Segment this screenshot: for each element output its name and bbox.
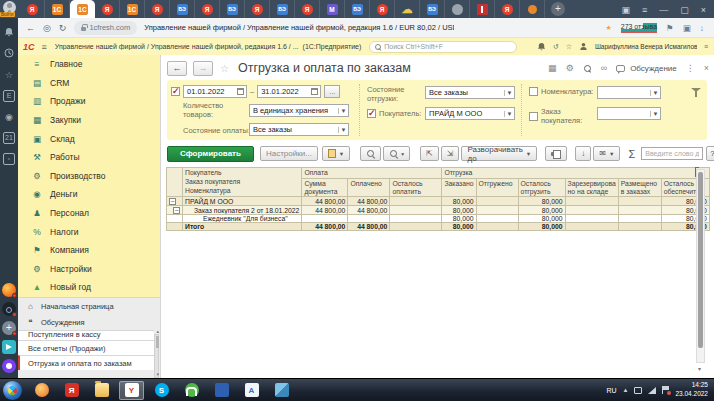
customer-order-select[interactable]: ▼ [597,107,661,120]
services-icon[interactable]: E [3,90,15,102]
footer-item-cash-receipts[interactable]: Поступления в кассу [18,330,154,340]
chevron-down-icon[interactable]: ▼ [338,127,348,133]
shipment-state-select[interactable]: Все заказы▼ [425,86,515,99]
customer-order-checkbox[interactable] [529,112,538,121]
browser-tab[interactable]: Я [495,0,520,18]
browser-tab[interactable]: БЭ [220,0,245,18]
sidebar-item-dengi[interactable]: ◉Деньги [18,185,160,204]
search-document-icon[interactable] [583,64,592,73]
sidebar-item-prodazhi[interactable]: ▥Продажи [18,92,160,111]
vertical-scrollbar[interactable] [696,169,705,363]
find-next-button[interactable]: ▾ [383,146,410,161]
reload-icon[interactable]: ↻ [59,23,67,33]
app-menu-icon[interactable]: ≡ [42,42,47,52]
browser-tab[interactable] [445,0,470,18]
browser-profile[interactable]: Войти [0,0,20,18]
sum-sigma-icon[interactable]: Σ [628,148,635,160]
scroll-thumb[interactable] [698,172,703,348]
kebab-menu-icon[interactable]: ⋮ [686,63,695,73]
generate-button[interactable]: Сформировать [167,146,254,162]
print-button[interactable] [545,146,567,161]
history-back-button[interactable]: ← [167,61,187,76]
browser-tab[interactable]: БЭ [170,0,195,18]
app-settings-menu-icon[interactable]: ≡ [704,43,708,50]
link-icon[interactable]: ∞ [601,63,607,73]
chevron-down-icon[interactable]: ▼ [650,111,660,117]
settings-button[interactable]: Настройки... [260,146,318,161]
footer-scroll-thumb[interactable] [156,336,159,348]
network-icon[interactable] [648,387,656,394]
close-report-icon[interactable]: × [704,63,709,73]
taskbar-clock[interactable]: 14:25 23.04.2022 [675,381,708,399]
sidebar-item-nalogi[interactable]: %Налоги [18,222,160,241]
user-name[interactable]: Шарифуллина Венера Исмагилов... [595,43,697,50]
scroll-down-icon[interactable]: ▾ [698,365,701,372]
table-filter-input[interactable] [641,147,703,160]
browser-menu-icon[interactable]: ≡ [642,5,647,15]
table-row[interactable]: Итого44 800,0044 800,0080,00080,00080,00… [167,222,710,230]
alice-dock-icon[interactable] [2,359,16,373]
app-history-icon[interactable]: ↺ [553,43,559,51]
new-tab-button[interactable]: + [551,2,565,16]
browser-tab[interactable]: Я [245,0,270,18]
period-options-button[interactable]: ... [324,85,340,98]
reviews-link[interactable]: 273 отзыва [621,23,657,33]
collapse-expander-icon[interactable]: − [169,198,176,205]
telegram-dock-icon[interactable] [2,340,16,354]
nomenclature-checkbox[interactable] [529,87,538,96]
send-mail-button[interactable]: ✉▼ [593,146,620,161]
favorite-star-icon[interactable]: ☆ [220,63,229,74]
date-to-field[interactable]: 31.01.2022 [257,85,321,98]
expand-groups-button[interactable]: ⇲ [441,146,460,161]
chevron-down-icon[interactable]: ▼ [504,111,514,117]
table-row[interactable]: −Заказ покупателя 2 от 18.01.202244 800,… [167,206,710,215]
yandex-browser-dock-icon[interactable] [2,283,16,297]
expander-cell[interactable]: − [167,206,183,215]
browser-tab[interactable]: 1С [120,0,145,18]
browser-tab[interactable]: Я [95,0,120,18]
minimize-button[interactable]: — [659,5,668,15]
sidebar-item-glavnoe[interactable]: ≡Главное [18,55,160,74]
sidebar-item-sklad[interactable]: ▣Склад [18,129,160,148]
filter-funnel-icon[interactable] [691,88,701,92]
nomenclature-select[interactable]: ▼ [597,86,661,99]
side-panels-icon[interactable]: ▣ [621,5,630,15]
app-search-input[interactable]: Поиск Ctrl+Shift+F [369,41,517,53]
chevron-down-icon[interactable]: ▼ [504,90,514,96]
date-from-field[interactable]: 01.01.2022 [183,85,247,98]
footer-scroll-down-icon[interactable]: ▾ [156,371,159,377]
taskbar-item-yandex-browser[interactable]: Y [119,381,144,400]
url-field[interactable]: 1cfresh.com [74,21,137,35]
footer-item-home[interactable]: ⌂Начальная страница [18,298,154,314]
sidebar-item-novyy-god[interactable]: ▲Новый год [18,278,160,297]
taskbar-item-windows-tool[interactable] [209,381,234,400]
close-window-button[interactable]: × [701,5,706,15]
browser-tab[interactable]: Я [195,0,220,18]
sidebar-item-personal[interactable]: ♟Персонал [18,204,160,223]
calendar-icon[interactable] [237,88,244,95]
sidebar-item-nastroyki[interactable]: ⚙Настройки [18,260,160,279]
sidebar-item-proizvodstvo[interactable]: ⚙Производство [18,167,160,186]
back-icon[interactable]: ← [26,23,35,33]
browser-tab[interactable]: Я [20,0,45,18]
table-row[interactable]: Ежедневник "Для бизнеса"80,00080,00080,0… [167,214,710,222]
browser-tab[interactable]: БЭ [270,0,295,18]
calendar-21-icon[interactable]: 21 [3,132,15,144]
payment-state-select[interactable]: Все заказы▼ [249,123,349,136]
language-indicator[interactable]: RU [606,387,616,394]
browser-tab[interactable]: Я [295,0,320,18]
downloads-icon[interactable]: ↓ [700,23,704,33]
browser-tab[interactable]: БЭ [420,0,445,18]
sidebar-item-crm[interactable]: ▤CRM [18,74,160,93]
expand-to-button[interactable]: Разворачивать до▼ [461,146,537,161]
restore-button[interactable]: ▢ [680,5,689,15]
period-checkbox[interactable] [171,87,180,96]
start-button[interactable] [3,381,22,400]
browser-tab[interactable]: Я [370,0,395,18]
taskbar-item-yandex-app[interactable]: Я [59,381,84,400]
sidebar-item-zakupki[interactable]: ▦Закупки [18,111,160,130]
app-user-icon[interactable] [579,42,588,52]
buyer-select[interactable]: ПРАЙД М ООО▼ [425,107,515,120]
tray-device-icon[interactable] [634,387,642,394]
discussion-icon[interactable] [616,65,625,72]
